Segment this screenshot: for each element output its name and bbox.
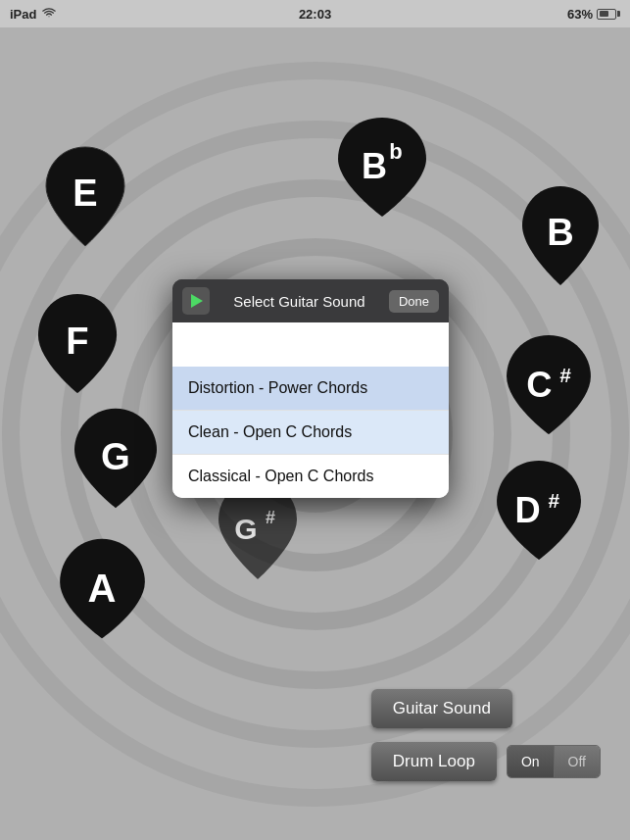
picker-item-clean[interactable]: Clean - Open C Chords bbox=[172, 411, 449, 455]
svg-text:D: D bbox=[514, 490, 540, 530]
pick-cs[interactable]: C # bbox=[500, 333, 598, 436]
done-button[interactable]: Done bbox=[389, 290, 439, 313]
carrier-label: iPad bbox=[10, 7, 36, 22]
svg-text:b: b bbox=[389, 139, 402, 164]
svg-text:A: A bbox=[88, 567, 117, 611]
picker-header: Select Guitar Sound Done bbox=[172, 279, 449, 322]
picker-item-classical[interactable]: Classical - Open C Chords bbox=[172, 455, 449, 498]
status-time: 22:03 bbox=[299, 7, 331, 22]
svg-text:#: # bbox=[548, 489, 559, 512]
svg-text:E: E bbox=[73, 173, 97, 214]
svg-text:#: # bbox=[559, 364, 571, 386]
guitar-sound-button[interactable]: Guitar Sound bbox=[371, 689, 512, 728]
wifi-icon bbox=[42, 7, 56, 22]
picker-item-distortion[interactable]: Distortion - Power Chords bbox=[172, 367, 449, 411]
battery-percent: 63% bbox=[567, 7, 593, 22]
picker-fade-top bbox=[172, 322, 449, 367]
pick-e[interactable]: E bbox=[41, 145, 129, 248]
bottom-buttons: Guitar Sound Drum Loop On Off bbox=[371, 689, 601, 781]
pick-f[interactable]: F bbox=[31, 292, 124, 395]
svg-text:F: F bbox=[66, 320, 88, 362]
drum-loop-row: Drum Loop On Off bbox=[371, 742, 601, 781]
status-bar: iPad 22:03 63% bbox=[0, 0, 630, 27]
pick-a[interactable]: A bbox=[51, 537, 154, 640]
svg-text:B: B bbox=[362, 146, 387, 186]
picker-dialog: Select Guitar Sound Done Distortion - Po… bbox=[172, 279, 449, 498]
pick-bb[interactable]: B b bbox=[333, 116, 431, 219]
pick-ds[interactable]: D # bbox=[490, 459, 588, 562]
drum-loop-button[interactable]: Drum Loop bbox=[371, 742, 497, 781]
svg-text:G: G bbox=[101, 435, 130, 477]
pick-g[interactable]: G bbox=[67, 407, 165, 510]
status-left: iPad bbox=[10, 7, 56, 22]
toggle-on-button[interactable]: On bbox=[508, 746, 554, 777]
drum-loop-toggle: On Off bbox=[507, 745, 601, 778]
play-icon bbox=[191, 294, 203, 308]
svg-text:B: B bbox=[547, 212, 573, 253]
play-button[interactable] bbox=[182, 287, 210, 315]
toggle-off-button[interactable]: Off bbox=[554, 746, 600, 777]
svg-text:C: C bbox=[526, 365, 552, 405]
guitar-sound-row: Guitar Sound bbox=[371, 689, 601, 728]
svg-text:#: # bbox=[266, 508, 275, 527]
picker-list: Distortion - Power Chords Clean - Open C… bbox=[172, 322, 449, 498]
svg-text:G: G bbox=[234, 513, 257, 545]
status-right: 63% bbox=[567, 7, 620, 22]
battery-icon bbox=[597, 9, 620, 20]
picker-title: Select Guitar Sound bbox=[218, 293, 381, 310]
pick-b[interactable]: B bbox=[517, 184, 604, 287]
